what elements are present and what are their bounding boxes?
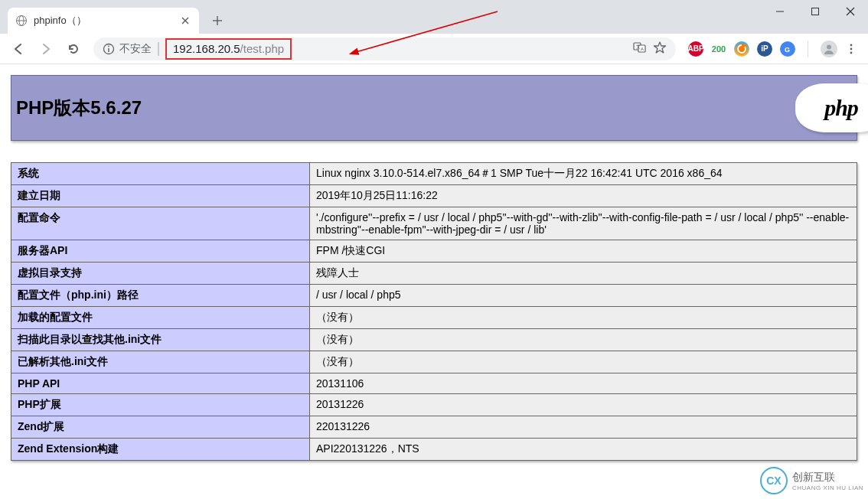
extension-avast-icon[interactable] bbox=[734, 41, 749, 57]
row-value: 20131106 bbox=[310, 373, 857, 394]
table-row: 虚拟目录支持残障人士 bbox=[11, 263, 857, 285]
row-value: Linux nginx 3.10.0-514.el7.x86_64＃1 SMP … bbox=[310, 163, 857, 185]
row-value: （没有） bbox=[310, 351, 857, 373]
separator bbox=[808, 41, 808, 57]
bookmark-star-icon[interactable] bbox=[653, 41, 667, 57]
row-value: API220131226，NTS bbox=[310, 439, 857, 461]
svg-point-23 bbox=[850, 47, 853, 50]
extension-abp-icon[interactable]: ABP bbox=[688, 41, 703, 57]
row-key: 配置命令 bbox=[11, 207, 310, 240]
watermark-text-wrap: 创新互联 CHUANG XIN HU LIAN bbox=[792, 471, 863, 491]
table-row: 加载的配置文件（没有） bbox=[11, 307, 857, 329]
table-row: Zend扩展220131226 bbox=[11, 416, 857, 439]
page-content: PHP版本5.6.27 php 系统Linux nginx 3.10.0-514… bbox=[0, 64, 868, 499]
svg-point-21 bbox=[827, 44, 831, 49]
row-key: 虚拟目录支持 bbox=[11, 263, 310, 285]
tab-strip: phpinfo（） bbox=[0, 0, 868, 34]
window-minimize-button[interactable] bbox=[762, 0, 798, 23]
profile-avatar-icon[interactable] bbox=[821, 41, 837, 57]
row-key: PHP API bbox=[11, 373, 310, 394]
row-key: 系统 bbox=[11, 163, 310, 185]
url-path: /test.php bbox=[240, 42, 285, 55]
url-host: 192.168.20.5 bbox=[173, 42, 240, 55]
reload-button[interactable] bbox=[61, 37, 86, 61]
row-key: 建立日期 bbox=[11, 185, 310, 207]
extension-ip-icon[interactable]: iP bbox=[757, 41, 772, 57]
svg-text:G: G bbox=[785, 46, 790, 54]
globe-icon bbox=[15, 15, 28, 27]
row-value: 2019年10月25日11:16:22 bbox=[310, 185, 857, 207]
row-key: 扫描此目录以查找其他.ini文件 bbox=[11, 329, 310, 351]
address-bar[interactable]: 不安全 192.168.20.5/test.php 文A bbox=[93, 38, 676, 60]
phpinfo-table: 系统Linux nginx 3.10.0-514.el7.x86_64＃1 SM… bbox=[11, 162, 857, 461]
row-value: （没有） bbox=[310, 329, 857, 351]
svg-point-24 bbox=[850, 51, 853, 54]
phpinfo-header: PHP版本5.6.27 php bbox=[11, 75, 857, 141]
row-value: / usr / local / php5 bbox=[310, 285, 857, 307]
extension-status-200[interactable]: 200 bbox=[711, 41, 726, 57]
tab-close-button[interactable] bbox=[179, 15, 191, 27]
row-value: 20131226 bbox=[310, 394, 857, 416]
row-key: 服务器API bbox=[11, 240, 310, 263]
row-value: （没有） bbox=[310, 307, 857, 329]
php-version-title: PHP版本5.6.27 bbox=[16, 96, 142, 120]
row-key: Zend Extension构建 bbox=[11, 439, 310, 461]
back-button[interactable] bbox=[6, 37, 31, 61]
watermark-logo-icon: CX bbox=[760, 467, 788, 494]
browser-menu-button[interactable] bbox=[840, 38, 862, 60]
tab-active[interactable]: phpinfo（） bbox=[8, 8, 199, 34]
row-key: 加载的配置文件 bbox=[11, 307, 310, 329]
table-row: 配置文件（php.ini）路径/ usr / local / php5 bbox=[11, 285, 857, 307]
row-key: Zend扩展 bbox=[11, 416, 310, 439]
row-value: FPM /快速CGI bbox=[310, 240, 857, 263]
forward-button[interactable] bbox=[34, 37, 58, 61]
table-row: 服务器APIFPM /快速CGI bbox=[11, 240, 857, 263]
url-highlight-box: 192.168.20.5/test.php bbox=[165, 38, 292, 60]
site-security[interactable]: 不安全 bbox=[103, 42, 152, 56]
watermark-subtext: CHUANG XIN HU LIAN bbox=[792, 484, 863, 491]
table-row: PHP API20131106 bbox=[11, 373, 857, 394]
table-row: 已解析其他.ini文件（没有） bbox=[11, 351, 857, 373]
info-icon bbox=[103, 43, 115, 55]
row-value: 220131226 bbox=[310, 416, 857, 439]
table-row: Zend Extension构建API220131226，NTS bbox=[11, 439, 857, 461]
separator bbox=[158, 42, 159, 56]
window-controls bbox=[762, 0, 868, 23]
svg-text:A: A bbox=[641, 47, 644, 51]
php-logo-text: php bbox=[824, 95, 858, 121]
browser-toolbar: 不安全 192.168.20.5/test.php 文A ABP 200 iP … bbox=[0, 34, 868, 64]
watermark: CX 创新互联 CHUANG XIN HU LIAN bbox=[760, 467, 863, 494]
table-row: 扫描此目录以查找其他.ini文件（没有） bbox=[11, 329, 857, 351]
row-key: 配置文件（php.ini）路径 bbox=[11, 285, 310, 307]
security-label: 不安全 bbox=[119, 42, 152, 56]
row-value: './configure''--prefix = / usr / local /… bbox=[310, 207, 857, 240]
php-logo: php bbox=[795, 83, 868, 132]
svg-point-13 bbox=[108, 45, 109, 47]
svg-rect-1 bbox=[812, 8, 819, 15]
translate-icon[interactable]: 文A bbox=[633, 41, 647, 57]
svg-point-22 bbox=[850, 44, 853, 46]
row-key: 已解析其他.ini文件 bbox=[11, 351, 310, 373]
row-key: PHP扩展 bbox=[11, 394, 310, 416]
watermark-logo-text: CX bbox=[766, 475, 781, 487]
window-maximize-button[interactable] bbox=[798, 0, 833, 23]
table-row: 系统Linux nginx 3.10.0-514.el7.x86_64＃1 SM… bbox=[11, 163, 857, 185]
extension-icons: ABP 200 iP G bbox=[684, 41, 800, 57]
tab-title: phpinfo（） bbox=[34, 14, 86, 28]
window-close-button[interactable] bbox=[833, 0, 868, 23]
row-value: 残障人士 bbox=[310, 263, 857, 285]
table-row: 配置命令'./configure''--prefix = / usr / loc… bbox=[11, 207, 857, 240]
table-row: PHP扩展20131226 bbox=[11, 394, 857, 416]
table-row: 建立日期2019年10月25日11:16:22 bbox=[11, 185, 857, 207]
extension-google-translate-icon[interactable]: G bbox=[780, 41, 795, 57]
new-tab-button[interactable] bbox=[207, 10, 228, 31]
watermark-text: 创新互联 bbox=[792, 471, 863, 484]
